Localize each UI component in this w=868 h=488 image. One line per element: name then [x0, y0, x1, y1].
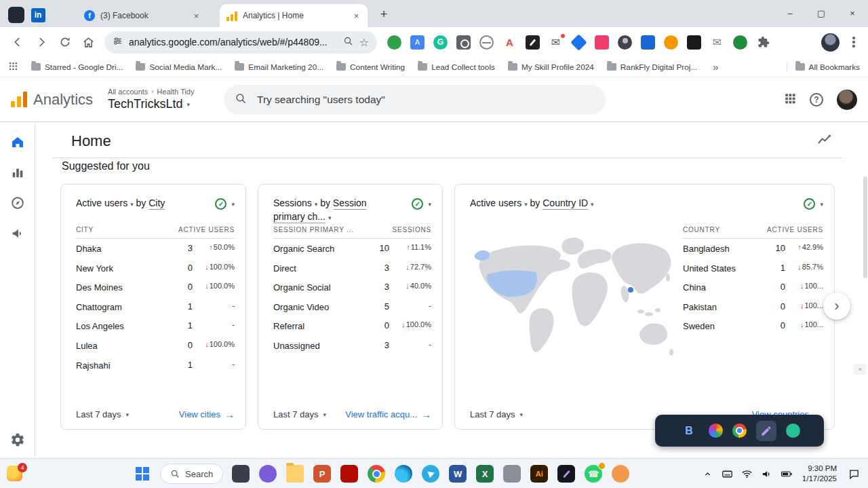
breadcrumb-all-accounts[interactable]: All accounts — [108, 88, 148, 96]
chevron-down-icon[interactable]: ▾ — [820, 201, 823, 208]
chrome-tool-icon[interactable] — [732, 424, 747, 438]
task-view-icon[interactable] — [232, 465, 250, 483]
close-tab-icon[interactable]: × — [191, 10, 202, 22]
next-cards-button[interactable]: › — [823, 293, 850, 320]
minimize-button[interactable]: – — [774, 0, 806, 26]
tab-analytics[interactable]: Analytics | Home × — [220, 4, 368, 27]
ga-profile-avatar[interactable] — [837, 90, 857, 110]
bookmark-item[interactable]: Social Media Mark... — [136, 62, 222, 72]
data-quality-icon[interactable]: ✓ — [412, 198, 423, 210]
grammarly-icon[interactable]: G — [433, 35, 448, 50]
dark-extension-icon[interactable] — [687, 35, 701, 50]
date-range-selector[interactable]: Last 7 days ▾ — [76, 409, 129, 419]
site-settings-icon[interactable] — [113, 36, 123, 49]
view-traffic-link[interactable]: View traffic acqu... → — [345, 409, 431, 420]
ga-search-input[interactable] — [256, 93, 595, 107]
notifications-icon[interactable] — [844, 464, 864, 484]
browser-menu-icon[interactable] — [845, 33, 863, 51]
help-icon[interactable]: ? — [810, 93, 823, 107]
property-selector[interactable]: TechTricksLtd ▾ — [108, 97, 194, 111]
green-dot-extension-icon[interactable] — [387, 35, 401, 50]
chevron-down-icon[interactable]: ▾ — [231, 201, 235, 208]
taskbar-search[interactable]: Search — [160, 464, 223, 484]
word-icon[interactable]: W — [449, 465, 467, 483]
browser-profile-icon[interactable] — [612, 465, 629, 483]
powerpoint-icon[interactable]: P — [313, 465, 331, 483]
whatsapp-icon[interactable]: ☎ — [585, 465, 602, 483]
battery-icon[interactable] — [778, 465, 795, 483]
card-metric-selector[interactable]: Active users ▾ by City — [76, 197, 165, 210]
apps-grid-icon[interactable] — [8, 61, 18, 73]
address-bar[interactable]: analytics.google.com/analytics/web/#/p44… — [104, 31, 377, 54]
start-button[interactable] — [129, 460, 156, 487]
tray-chevron-up-icon[interactable] — [699, 465, 717, 483]
pen-extension-icon[interactable] — [526, 35, 540, 50]
close-window-button[interactable]: × — [837, 0, 868, 26]
extensions-puzzle-icon[interactable] — [756, 35, 770, 50]
blue-extension-icon[interactable] — [641, 35, 655, 50]
bookmark-item[interactable]: Email Marketing 20... — [235, 62, 323, 72]
settings-gear-icon[interactable] — [9, 431, 26, 449]
sidebar-item-explore[interactable] — [9, 194, 26, 212]
tab-facebook[interactable]: f (3) Facebook × — [77, 4, 208, 27]
scrollbar-thumb[interactable] — [863, 176, 867, 278]
taskbar-clock[interactable]: 9:30 PM 1/17/2025 — [802, 464, 837, 484]
collapse-icon[interactable]: ›‹ — [854, 364, 866, 375]
date-range-selector[interactable]: Last 7 days ▾ — [470, 409, 523, 419]
browser-profile-avatar[interactable] — [821, 33, 840, 52]
green-extension-icon[interactable] — [733, 35, 747, 50]
date-range-selector[interactable]: Last 7 days ▾ — [273, 409, 326, 419]
zoom-icon[interactable] — [503, 465, 521, 483]
reload-button[interactable] — [53, 31, 77, 54]
volume-icon[interactable] — [758, 465, 776, 483]
letter-b-tool-icon[interactable]: B — [679, 421, 699, 441]
touch-keyboard-icon[interactable] — [719, 465, 736, 483]
pen-tool-icon[interactable] — [756, 421, 776, 441]
tag-extension-icon[interactable] — [570, 34, 587, 50]
sidebar-item-advertising[interactable] — [9, 225, 26, 242]
bookmark-item[interactable]: My Skill Profile 2024 — [508, 62, 594, 72]
pinned-tab-linkedin[interactable]: in — [27, 4, 49, 26]
data-quality-icon[interactable]: ✓ — [215, 198, 226, 210]
insights-icon[interactable] — [816, 132, 833, 151]
card-dimension-selector[interactable]: City — [149, 198, 165, 210]
view-cities-link[interactable]: View cities → — [179, 409, 235, 420]
close-tab-icon[interactable]: × — [351, 10, 362, 22]
ga-search-bar[interactable] — [224, 85, 606, 115]
design-pen-icon[interactable] — [557, 465, 575, 483]
home-button[interactable] — [77, 31, 100, 54]
person-extension-icon[interactable] — [618, 35, 632, 50]
breadcrumb-account[interactable]: Health Tidy — [157, 88, 194, 96]
file-explorer-icon[interactable] — [286, 465, 304, 483]
forward-button[interactable] — [29, 31, 53, 54]
sidebar-item-reports[interactable] — [9, 164, 26, 181]
edge-icon[interactable] — [395, 465, 412, 483]
chrome-icon[interactable] — [368, 465, 385, 483]
all-bookmarks-button[interactable]: All Bookmarks — [787, 62, 860, 72]
pinned-tab-workspace[interactable] — [5, 4, 27, 26]
card-dimension-selector[interactable]: Country ID — [542, 198, 588, 210]
orange-pen-extension-icon[interactable] — [664, 35, 678, 50]
excel-icon[interactable]: X — [476, 465, 494, 483]
pink-extension-icon[interactable] — [595, 35, 609, 50]
new-tab-button[interactable]: + — [374, 5, 393, 24]
bookmark-item[interactable]: Starred - Google Dri... — [31, 62, 123, 72]
red-a-extension-icon[interactable]: A — [502, 35, 517, 50]
diagnostics-grid-icon[interactable] — [784, 92, 796, 107]
bookmark-star-icon[interactable]: ☆ — [359, 36, 369, 49]
camera-extension-icon[interactable] — [456, 35, 471, 50]
bookmark-item[interactable]: Lead Collect tools — [418, 62, 495, 72]
search-icon[interactable] — [343, 36, 353, 49]
color-wheel-tool-icon[interactable] — [709, 424, 723, 438]
wifi-icon[interactable] — [738, 465, 756, 483]
card-metric-selector[interactable]: Active users ▾ by Country ID ▾ — [470, 197, 594, 210]
globe-extension-icon[interactable] — [479, 35, 494, 50]
telegram-icon[interactable] — [422, 465, 439, 483]
green-tool-icon[interactable] — [786, 424, 800, 438]
translate-icon[interactable]: A — [410, 35, 425, 50]
illustrator-icon[interactable]: Ai — [530, 465, 548, 483]
sidebar-item-home[interactable] — [9, 133, 26, 151]
widgets-button[interactable]: 4 — [7, 464, 27, 483]
viber-icon[interactable] — [259, 465, 277, 483]
back-button[interactable] — [5, 31, 29, 54]
